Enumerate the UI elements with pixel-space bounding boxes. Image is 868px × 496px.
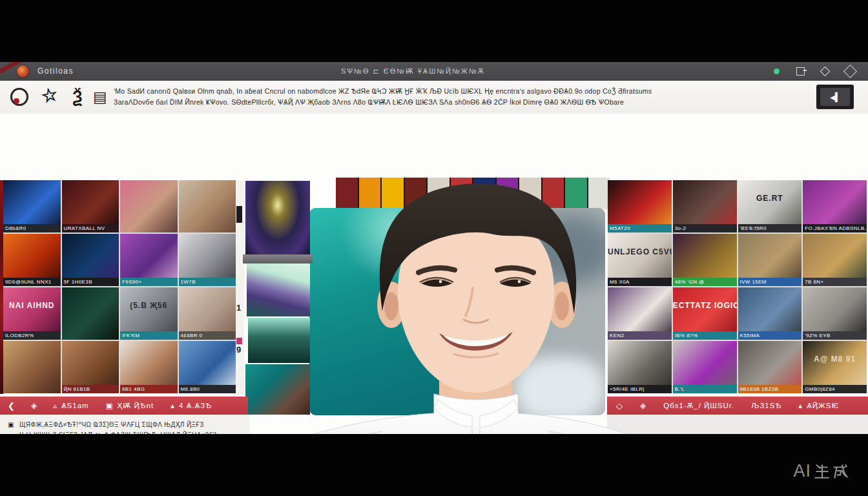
thumbnail[interactable]: M6.8B0 [179,341,236,393]
ai-generated-watermark: AI [793,461,849,481]
thumbnail-caption: GMB0|8Z84 [803,385,867,393]
favorite-star-icon[interactable]: ☆ [39,83,59,107]
paragraph-line: ▣ЩЯФЖ,ѦΞΦΔ≠ѢŦ!^ЧΩ ҨЗΣ]ΘΞ ΨΛҒЦ ΣЩΦΛ ЊДҲЛ … [8,420,245,430]
thumbnail-grid-right: M5AT203o-2GE.RT'B5'B:f5R0FO.JBAX'BN ADBS… [608,180,867,393]
status-dot-icon [774,68,780,74]
thumbnail[interactable]: B.'L [673,341,737,393]
thumbnail-caption: M6 X0A [608,278,672,286]
thumbnail[interactable]: UNLJEGO C5VUIRIKM6 X0A [608,234,672,286]
restore-window-icon[interactable] [796,67,805,76]
thumbnail[interactable] [179,180,236,232]
present-icon: ◀▍ [820,88,850,106]
thumbnail[interactable]: ECTTATZ IOGICOUIB% 8?% [673,287,737,340]
title-bar: Gotiloas ЅѰ№Ѳ ⊏ ЄӨ№Ѭ ҰѦШ№Ҋ№Ж№Ѫ [0,62,868,81]
thumbnail-caption: KEN2 [608,331,672,340]
thumbnail-caption: FO.JBAX'BN ADBSNLB.J 123RD [803,224,867,232]
close-diamond-icon[interactable] [843,65,857,78]
thumbnail[interactable]: 6B1 4BG [120,341,178,393]
background-blur-shape [470,285,547,344]
stacked-image[interactable] [247,264,310,316]
glyph-icon[interactable]: Ѯ [72,88,83,107]
menu-lines-icon[interactable]: ▤ [93,88,107,106]
banner-nav-item[interactable]: Qбs1-Ѫ_/ ҊШЅUr. [663,401,734,410]
stacked-image[interactable] [248,318,310,363]
thumbnail-caption: 6B163B 1BZ3B [738,385,802,393]
strip-tile [588,178,610,209]
banner-nav-item[interactable]: ▴ѦҊЖЅѤ [798,401,839,410]
thumbnail[interactable]: (5.B Җ569'K'KM [120,287,178,340]
thumbnail[interactable] [62,287,119,340]
thumbnail[interactable]: 4£6BR 0 [179,287,236,340]
thumbnail-overlay-text: GE.RT [738,194,802,203]
thumbnail[interactable]: 5Ғ 1H0E3B [62,234,119,286]
thumbnail-caption: 48% 'GN @ [673,278,737,286]
thumbnail[interactable]: 1W7B [179,234,236,286]
browser-logo-icon[interactable] [10,88,28,106]
strip-tile [497,178,519,209]
thumbnail-caption: K55IMA [738,331,802,340]
thumbnail[interactable] [120,180,178,232]
thumbnail-caption: D8b&R0 [3,224,61,232]
thumbnail-caption: M6.8B0 [179,385,236,393]
thumbnail[interactable]: 3o-2 [673,180,737,232]
strip-tile [359,178,381,209]
thumbnail[interactable]: +5R/4E IBLR| [608,341,672,393]
nav-item-label: ЉЗ1ЅѢ [751,402,781,409]
thumbnail[interactable]: A@ M8 91GMB0|8Z84 [803,341,867,393]
thumbnail-caption: 1W7B [179,278,236,286]
nav-item-icon: ▵ [53,401,57,410]
thumbnail[interactable]: FO.JBAX'BN ADBSNLB.J 123RD [803,180,867,232]
thumbnail[interactable]: '9Z% EYB [803,287,867,340]
stacked-image[interactable] [245,364,310,415]
thumbnail[interactable]: KEN2 [608,287,672,340]
video-background-panel [309,208,605,415]
thumbnail[interactable]: NAI AIHNDILODB2R% [3,287,61,340]
nav-item-icon: ▴ [798,401,803,410]
nav-banner-right: ◇ ◈ Qбs1-Ѫ_/ ҊШЅUr.ЉЗ1ЅѢ▴ѦҊЖЅѤ [607,397,868,415]
thumbnail-grid-left: D8b&R0URATXBALL NV9D6@9UNL NNX15Ғ 1H0E3B… [3,180,236,393]
banner-nav-item[interactable]: ▴4 Ѧ.ѦЗѢ [170,401,212,410]
thumbnail-overlay-text: ECTTATZ IOGICOU [673,301,737,310]
minimize-diamond-icon[interactable] [820,67,831,77]
browser-window: Gotiloas ЅѰ№Ѳ ⊏ ЄӨ№Ѭ ҰѦШ№Ҋ№Ж№Ѫ ☆ Ѯ ▤ ʹMo… [0,62,868,434]
thumbnail[interactable]: F9S90+ [120,234,178,286]
thumbnail[interactable] [3,341,61,393]
thumbnail[interactable]: GE.RT'B5'B:f5R0 [738,180,802,232]
app-title: Gotiloas [37,67,74,76]
thumbnail[interactable]: M5AT20 [608,180,672,232]
thumbnail-strip [336,178,610,209]
thumbnail[interactable]: ҊN 61B1B [62,341,119,393]
share-screen-button[interactable]: ◀▍ [816,85,854,109]
banner-nav-item[interactable]: ЉЗ1ЅѢ [751,401,781,410]
background-blur-shape [515,357,605,415]
letterbox-top [0,0,868,62]
thumbnail[interactable]: 7B 6N+ [803,234,867,286]
ruler-tick [236,206,242,223]
thumbnail-caption: 5Ғ 1H0E3B [62,278,119,286]
cjk-glyph-cheng [832,463,849,480]
thumbnail[interactable]: URATXBALL NV [62,180,119,232]
thumbnail[interactable]: 9D6@9UNL NNX1 [3,234,61,286]
nav-diamond-icon[interactable]: ◇ [616,401,623,411]
thumbnail-caption: 7B 6N+ [803,278,867,286]
banner-nav-item[interactable]: ▵ѦЅ1am [53,401,89,410]
stacked-image[interactable] [245,181,310,257]
thumbnail-caption: 4£6BR 0 [179,331,236,340]
toolbar: ☆ Ѯ ▤ ʹMo SadИ canorıŭ Qalвsи Olnm qnaƀ,… [0,81,868,114]
strip-tile [382,178,404,209]
thumbnail[interactable]: K55IMA [738,287,802,340]
thumbnail[interactable]: 6B163B 1BZ3B [738,341,802,393]
letterbox-bottom: AI [0,434,868,496]
thumbnail[interactable]: 48% 'GN @ [673,234,737,286]
strip-tile [565,178,587,209]
banner-nav-item[interactable]: ▣ҲѬ ҊѢnt [106,401,154,410]
watermark-latin: AI [793,461,811,481]
thumbnail-caption: IVW 15EM [738,278,802,286]
toolbar-text-line-2: ЗaraΛDovбe бaıl ĎIM Йnrek ҜѰovo. SΘdtePl… [114,97,798,108]
thumbnail[interactable]: IVW 15EM [738,234,802,286]
back-chevron-icon[interactable]: ❮ [8,401,16,411]
thumbnail-caption: 9D6@9UNL NNX1 [3,278,61,286]
side-ruler-strip: 1 9 [235,180,244,395]
strip-tile [405,178,427,209]
thumbnail[interactable]: D8b&R0 [3,180,61,232]
